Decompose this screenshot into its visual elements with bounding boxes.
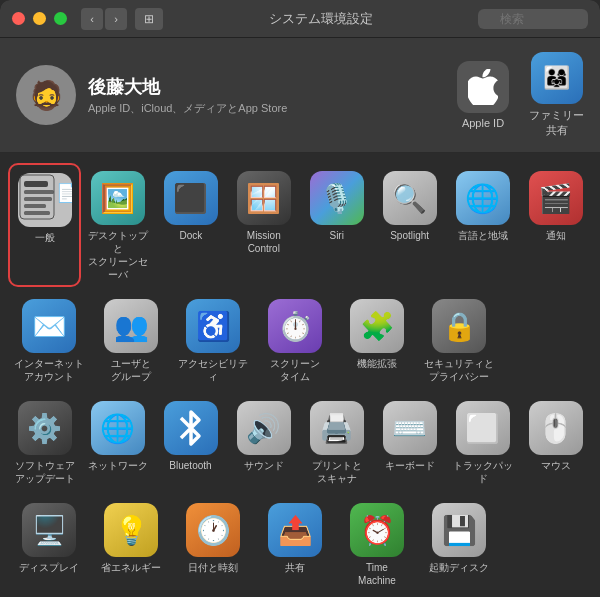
screentime-item[interactable]: ⏱️ スクリーンタイム: [254, 291, 336, 389]
profile-info: 後藤大地 Apple ID、iCloud、メディアとApp Store: [88, 75, 445, 116]
screentime-icon: ⏱️: [268, 299, 322, 353]
dock-label: Dock: [179, 229, 202, 242]
bluetooth-icon: [164, 401, 218, 455]
security-icon: 🔒: [432, 299, 486, 353]
maximize-button[interactable]: [54, 12, 67, 25]
energy-icon: 💡: [104, 503, 158, 557]
access-item[interactable]: ♿ アクセシビリティ: [172, 291, 254, 389]
dock-icon: ⬛: [164, 171, 218, 225]
apple-id-icon: [457, 61, 509, 113]
printer-label: プリントとスキャナ: [312, 459, 362, 485]
screentime-label: スクリーンタイム: [270, 357, 320, 383]
language-label: 言語と地域: [458, 229, 508, 242]
profile-icons: Apple ID 👨‍👩‍👧 ファミリー共有: [457, 52, 584, 138]
access-label: アクセシビリティ: [176, 357, 250, 383]
printer-icon: 🖨️: [310, 401, 364, 455]
siri-label: Siri: [329, 229, 343, 242]
family-label: ファミリー共有: [529, 108, 584, 138]
timemachine-icon: ⏰: [350, 503, 404, 557]
grid-row-1: 📄 一般 🖼️ デスクトップとスクリーンセーバ ⬛ Dock 🪟 Mission…: [8, 163, 592, 287]
keyboard-label: キーボード: [385, 459, 435, 472]
users-label: ユーザとグループ: [111, 357, 151, 383]
extensions-label: 機能拡張: [357, 357, 397, 370]
sound-label: サウンド: [244, 459, 284, 472]
desktop-item[interactable]: 🖼️ デスクトップとスクリーンセーバ: [81, 163, 154, 287]
language-icon: 🌐: [456, 171, 510, 225]
internet-icon: ✉️: [22, 299, 76, 353]
share-label: 共有: [285, 561, 305, 574]
security-label: セキュリティとプライバシー: [424, 357, 494, 383]
share-item[interactable]: 📤 共有: [254, 495, 336, 593]
mission-item[interactable]: 🪟 MissionControl: [227, 163, 300, 287]
timemachine-item[interactable]: ⏰ TimeMachine: [336, 495, 418, 593]
siri-icon: 🎙️: [310, 171, 364, 225]
datetime-icon: 🕐: [186, 503, 240, 557]
mission-label: MissionControl: [247, 229, 281, 255]
users-icon: 👥: [104, 299, 158, 353]
energy-label: 省エネルギー: [101, 561, 161, 574]
profile-name: 後藤大地: [88, 75, 445, 99]
grid-view-button[interactable]: ⊞: [135, 8, 163, 30]
startup-label: 起動ディスク: [429, 561, 489, 574]
window-title: システム環境設定: [163, 10, 478, 28]
title-bar: ‹ › ⊞ システム環境設定 🔍: [0, 0, 600, 38]
svg-rect-3: [24, 197, 52, 201]
profile-section: 🧔 後藤大地 Apple ID、iCloud、メディアとApp Store Ap…: [0, 38, 600, 153]
svg-rect-1: [24, 181, 48, 187]
svg-rect-2: [24, 190, 54, 194]
sound-item[interactable]: 🔊 サウンド: [227, 393, 300, 491]
security-item[interactable]: 🔒 セキュリティとプライバシー: [418, 291, 500, 389]
forward-button[interactable]: ›: [105, 8, 127, 30]
users-item[interactable]: 👥 ユーザとグループ: [90, 291, 172, 389]
trackpad-label: トラックパッド: [450, 459, 515, 485]
extensions-icon: 🧩: [350, 299, 404, 353]
sound-icon: 🔊: [237, 401, 291, 455]
datetime-item[interactable]: 🕐 日付と時刻: [172, 495, 254, 593]
dock-item[interactable]: ⬛ Dock: [154, 163, 227, 287]
network-icon: 🌐: [91, 401, 145, 455]
mouse-item[interactable]: 🖱️ マウス: [519, 393, 592, 491]
main-content: 📄 一般 🖼️ デスクトップとスクリーンセーバ ⬛ Dock 🪟 Mission…: [0, 153, 600, 597]
internet-label: インターネットアカウント: [14, 357, 84, 383]
svg-text:📄: 📄: [56, 182, 72, 204]
notify-icon: 🎬: [529, 171, 583, 225]
mouse-label: マウス: [541, 459, 571, 472]
avatar: 🧔: [16, 65, 76, 125]
family-sharing-button[interactable]: 👨‍👩‍👧 ファミリー共有: [529, 52, 584, 138]
back-button[interactable]: ‹: [81, 8, 103, 30]
display-icon: 🖥️: [22, 503, 76, 557]
trackpad-item[interactable]: ⬜ トラックパッド: [446, 393, 519, 491]
general-item[interactable]: 📄 一般: [8, 163, 81, 287]
software-item[interactable]: ⚙️ ソフトウェアアップデート: [8, 393, 81, 491]
family-icon: 👨‍👩‍👧: [531, 52, 583, 104]
language-item[interactable]: 🌐 言語と地域: [446, 163, 519, 287]
network-item[interactable]: 🌐 ネットワーク: [81, 393, 154, 491]
display-item[interactable]: 🖥️ ディスプレイ: [8, 495, 90, 593]
apple-id-button[interactable]: Apple ID: [457, 61, 509, 129]
minimize-button[interactable]: [33, 12, 46, 25]
notify-item[interactable]: 🎬 通知: [519, 163, 592, 287]
printer-item[interactable]: 🖨️ プリントとスキャナ: [300, 393, 373, 491]
profile-subtitle: Apple ID、iCloud、メディアとApp Store: [88, 101, 445, 116]
startup-item[interactable]: 💾 起動ディスク: [418, 495, 500, 593]
startup-icon: 💾: [432, 503, 486, 557]
mouse-icon: 🖱️: [529, 401, 583, 455]
desktop-label: デスクトップとスクリーンセーバ: [85, 229, 150, 281]
share-icon: 📤: [268, 503, 322, 557]
datetime-label: 日付と時刻: [188, 561, 238, 574]
software-label: ソフトウェアアップデート: [15, 459, 75, 485]
internet-item[interactable]: ✉️ インターネットアカウント: [8, 291, 90, 389]
bluetooth-item[interactable]: Bluetooth: [154, 393, 227, 491]
close-button[interactable]: [12, 12, 25, 25]
siri-item[interactable]: 🎙️ Siri: [300, 163, 373, 287]
energy-item[interactable]: 💡 省エネルギー: [90, 495, 172, 593]
spotlight-icon: 🔍: [383, 171, 437, 225]
search-input[interactable]: [478, 9, 588, 29]
spotlight-label: Spotlight: [390, 229, 429, 242]
display-label: ディスプレイ: [19, 561, 79, 574]
grid-row-4: 🖥️ ディスプレイ 💡 省エネルギー 🕐 日付と時刻 📤 共有 ⏰ TimeMa…: [8, 495, 592, 593]
keyboard-item[interactable]: ⌨️ キーボード: [373, 393, 446, 491]
spotlight-item[interactable]: 🔍 Spotlight: [373, 163, 446, 287]
extensions-item[interactable]: 🧩 機能拡張: [336, 291, 418, 389]
mission-icon: 🪟: [237, 171, 291, 225]
